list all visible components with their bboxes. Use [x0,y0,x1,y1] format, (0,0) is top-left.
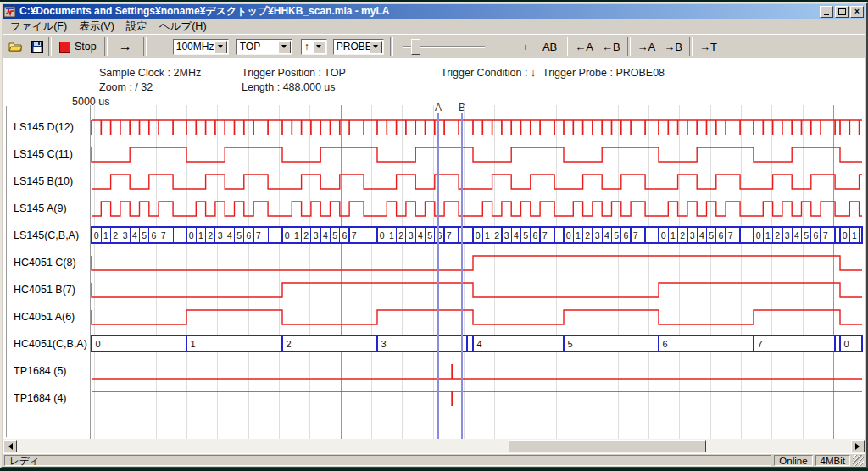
channel-label-hc4051-c-8: HC4051 C(8) [14,254,76,271]
open-file-button[interactable] [7,38,24,55]
time-scale-label: 5000 us [72,96,109,108]
toolbar-separator [143,37,147,56]
window-title: C:¥Documents and Settings¥noname¥デスクトップ¥… [19,4,818,19]
chevron-down-icon [316,45,321,51]
slider-handle[interactable] [411,39,420,55]
horizontal-scrollbar[interactable] [3,439,865,453]
scroll-right-button[interactable] [851,440,865,452]
close-button[interactable]: × [850,6,864,18]
toolbar-separator [104,37,108,56]
ab-button[interactable]: AB [538,41,561,53]
forward-cursor-a-button[interactable]: →A [633,41,660,53]
status-message: レディ [4,455,771,466]
dropdown-button[interactable] [214,41,227,53]
save-button[interactable] [29,38,46,55]
menu-item-file[interactable]: ファイル(F) [4,19,73,35]
memory-size-badge: 4MBit [815,455,850,466]
toolbar-separator [627,37,631,56]
scrollbar-thumb[interactable] [509,440,706,452]
cursor-a-label[interactable]: A [432,102,444,114]
toolbar-separator [48,37,52,56]
channel-label-tp1684-5: TP1684 (5) [14,363,67,380]
toolbar-separator [689,37,693,56]
channel-label-ls145-b-10: LS145 B(10) [14,173,73,190]
channel-label-tp1684-4: TP1684 (4) [14,390,67,407]
desktop: { "window": { "title": "C:¥Documents and… [0,0,868,471]
sample-clock-info: Sample Clock : 2MHz [99,67,201,79]
chevron-down-icon [218,45,223,51]
pane-splitter[interactable] [6,106,9,437]
title-bar[interactable]: C:¥Documents and Settings¥noname¥デスクトップ¥… [3,4,865,19]
trigger-position-info: Trigger Position : TOP [242,67,346,79]
app-icon [4,6,16,18]
channel-label-ls145-c-b-a: LS145(C,B,A) [14,227,79,244]
dropdown-button[interactable] [278,41,291,53]
minimize-icon [824,14,829,15]
minimize-button[interactable] [820,6,833,18]
trigger-edge-value: ↑ [302,41,313,53]
channel-label-hc4051-c-b-a: HC4051(C,B,A) [14,335,87,352]
maximize-icon [838,8,846,15]
trigger-position-value: TOP [237,41,278,53]
zoom-out-button[interactable]: − [497,41,512,53]
sample-clock-combo[interactable]: 100MHz [173,39,229,55]
arrow-right-icon [855,443,863,450]
close-icon: × [854,7,860,16]
goto-cursor-a-button[interactable]: ←A [570,41,598,53]
scroll-left-button[interactable] [3,440,17,452]
trigger-probe-value: PROBE00 [334,41,370,53]
forward-cursor-b-button[interactable]: →B [659,41,687,53]
zoom-in-button[interactable]: + [518,41,533,53]
menu-item-help[interactable]: ヘルプ(H) [153,19,213,35]
stop-label: Stop [75,41,97,53]
menu-bar: ファイル(F) 表示(V) 設定 ヘルプ(H) [3,19,865,34]
toolbar-separator [565,37,568,56]
arrow-left-icon [5,443,13,450]
dropdown-button[interactable] [313,41,326,53]
trigger-probe-info: Trigger Probe : PROBE08 [542,67,665,79]
channel-label-ls145-a-9: LS145 A(9) [14,200,67,217]
channel-label-ls145-d-12: LS145 D(12) [14,119,74,136]
maximize-button[interactable] [835,6,849,18]
online-status-badge: Online [774,455,812,466]
trigger-edge-combo[interactable]: ↑ [301,39,327,55]
channel-label-hc4051-a-6: HC4051 A(6) [14,308,75,325]
open-folder-icon [8,41,23,53]
sample-clock-value: 100MHz [174,41,214,53]
goto-trigger-button[interactable]: →T [695,41,721,53]
chevron-down-icon [281,45,287,51]
channel-label-ls145-c-11: LS145 C(11) [14,146,73,163]
channel-label-hc4051-b-7: HC4051 B(7) [14,281,75,298]
toolbar-separator [390,37,393,56]
zoom-info: Zoom : / 32 [99,81,153,93]
status-bar: レディ Online 4MBit [3,453,865,467]
toolbar: Stop → 100MHz TOP ↑ PROBE00 − + AB ←A [3,34,865,59]
menu-item-settings[interactable]: 設定 [120,19,153,35]
zoom-slider[interactable] [403,38,485,55]
trigger-condition-info: Trigger Condition : ↓ [441,67,536,79]
run-button[interactable]: → [110,39,141,54]
goto-cursor-b-button[interactable]: ←B [598,41,625,53]
chevron-down-icon [373,45,378,51]
app-window: C:¥Documents and Settings¥noname¥デスクトップ¥… [0,2,868,468]
waveform-pane: Sample Clock : 2MHz Trigger Position : T… [3,58,865,439]
stop-icon [59,42,70,53]
cursor-b-label[interactable]: B [456,102,468,114]
dropdown-button[interactable] [370,41,382,53]
trigger-position-combo[interactable]: TOP [236,39,292,55]
floppy-disk-icon [31,41,43,53]
menu-item-view[interactable]: 表示(V) [73,19,120,35]
length-info: Length : 488.000 us [242,81,336,93]
stop-button[interactable]: Stop [54,39,102,54]
resize-grip[interactable] [853,455,864,466]
trigger-probe-combo[interactable]: PROBE00 [333,39,384,55]
